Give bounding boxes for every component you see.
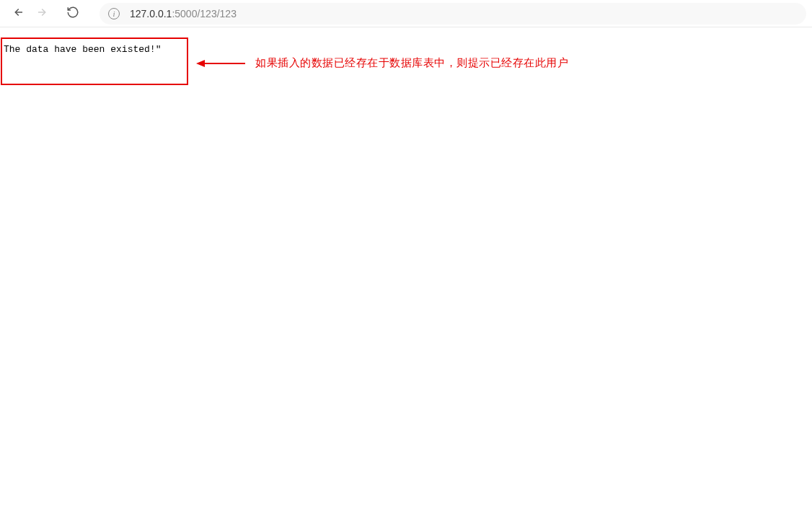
arrow-left-icon [196, 58, 245, 69]
message-highlight-box: The data have been existed!" [1, 38, 188, 85]
address-bar[interactable]: i 127.0.0.1:5000/123/123 [100, 3, 806, 25]
url-text: 127.0.0.1:5000/123/123 [130, 8, 237, 19]
arrow-right-icon [36, 6, 49, 22]
message-text: The data have been existed!" [4, 44, 161, 55]
reload-button[interactable] [61, 2, 85, 25]
reload-icon [66, 6, 79, 22]
url-host: 127.0.0.1 [130, 8, 172, 19]
content-area: The data have been existed!" 如果插入的数据已经存在… [0, 27, 812, 33]
info-icon: i [108, 8, 120, 19]
forward-button[interactable] [30, 2, 55, 25]
svg-marker-3 [196, 60, 205, 67]
url-path: :5000/123/123 [172, 8, 237, 19]
annotation: 如果插入的数据已经存在于数据库表中，则提示已经存在此用户 [196, 56, 568, 70]
annotation-text: 如果插入的数据已经存在于数据库表中，则提示已经存在此用户 [255, 56, 568, 70]
back-button[interactable] [6, 2, 30, 25]
arrow-left-icon [12, 6, 25, 22]
browser-toolbar: i 127.0.0.1:5000/123/123 [0, 0, 812, 27]
